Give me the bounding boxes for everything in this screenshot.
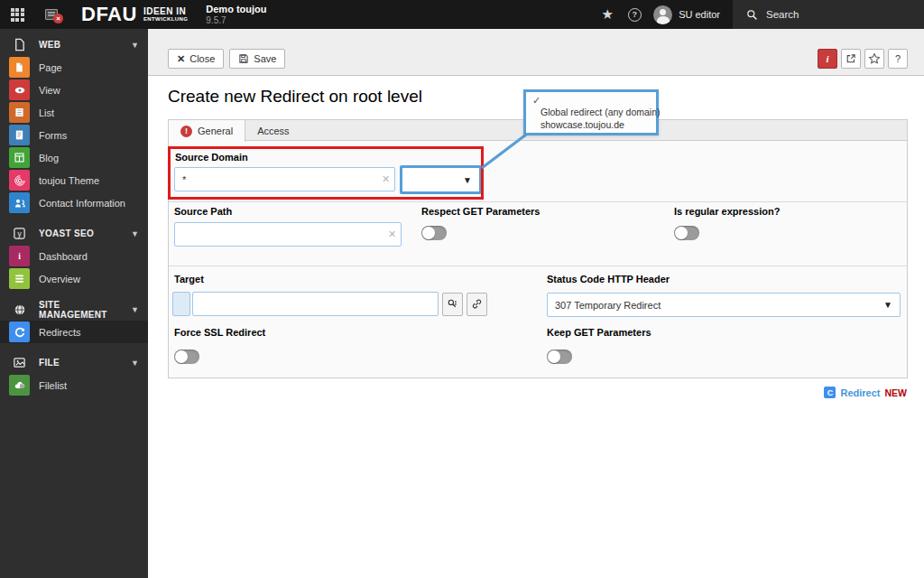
open-documents-button[interactable]: × (34, 0, 69, 29)
popup-option-line1[interactable]: Global redirect (any domain) (541, 107, 650, 119)
status-code-select[interactable]: 307 Temporary Redirect ▼ (547, 293, 901, 317)
help-button[interactable]: ? (621, 0, 648, 29)
clear-icon[interactable]: ✕ (382, 173, 390, 185)
module-body: Create new Redirect on root level ! Gene… (148, 76, 924, 578)
link-picker-button[interactable] (467, 293, 487, 316)
tab-label: General (198, 126, 233, 136)
target-label: Target (174, 274, 204, 284)
user-name: SU editor (679, 9, 720, 20)
fingerprint-icon (9, 170, 30, 191)
question-icon: ? (895, 53, 901, 64)
tab-general[interactable]: ! General (169, 120, 245, 142)
section-label: YOAST SEO (39, 228, 122, 238)
brand-name: DFAU (81, 3, 137, 26)
sidebar-section-site-management[interactable]: SITE MANAGEMENT ▼ (0, 298, 148, 321)
force-ssl-redirect-toggle[interactable] (174, 350, 199, 364)
redirects-icon (9, 322, 30, 342)
avatar (653, 5, 672, 24)
brand-logo: DFAU IDEEN IN ENTWICKLUNG (81, 3, 188, 26)
sidebar-item-list[interactable]: List (0, 101, 148, 124)
keep-get-parameters-toggle[interactable] (547, 350, 572, 364)
sidebar-item-label: Filelist (39, 380, 67, 391)
save-label: Save (254, 53, 276, 64)
respect-get-parameters-toggle[interactable] (421, 226, 447, 240)
sidebar-section-web[interactable]: WEB ▼ (0, 33, 148, 56)
sidebar-section-yoast-seo[interactable]: y YOAST SEO ▼ (0, 222, 148, 245)
link-icon (471, 298, 483, 310)
force-ssl-redirect-label: Force SSL Redirect (174, 327, 265, 338)
select-options-popup[interactable]: ✓ Global redirect (any domain) showcase.… (523, 89, 659, 135)
info-button[interactable]: i (818, 49, 837, 69)
close-label: Close (189, 53, 215, 64)
close-icon: ✕ (177, 53, 185, 65)
keep-get-parameters-label: Keep GET Parameters (547, 327, 651, 338)
section-label: WEB (39, 40, 122, 50)
globe-icon (9, 303, 30, 316)
list-icon (9, 102, 30, 123)
sidebar-item-contact-information[interactable]: Contact Information (0, 191, 148, 214)
sidebar-item-label: Forms (39, 130, 67, 141)
bookmark-button[interactable] (864, 49, 884, 69)
sidebar-item-overview[interactable]: Overview (0, 267, 148, 290)
error-badge-icon: ! (180, 126, 192, 137)
user-menu[interactable]: SU editor (648, 5, 733, 24)
source-domain-label: Source Domain (175, 152, 248, 163)
source-domain-select[interactable]: ▼ (400, 165, 482, 194)
help-icon: ? (628, 8, 642, 22)
toggle-knob (675, 227, 688, 239)
section-label: SITE MANAGEMENT (39, 300, 122, 320)
record-footer: C Redirect NEW (168, 387, 908, 398)
browse-record-icon (447, 298, 458, 310)
sidebar-item-filelist[interactable]: Filelist (0, 374, 148, 396)
section-label: FILE (39, 358, 122, 368)
chevron-down-icon: ▼ (131, 41, 139, 50)
site-name: Demo toujou (206, 4, 266, 15)
view-eye-icon (9, 79, 30, 100)
svg-text:i: i (18, 251, 21, 261)
sidebar-item-redirects[interactable]: Redirects (0, 321, 148, 343)
site-version: 9.5.7 (206, 15, 266, 26)
toggle-knob (422, 227, 435, 239)
status-code-label: Status Code HTTP Header (547, 274, 670, 284)
search-input[interactable]: Search (733, 0, 924, 29)
close-button[interactable]: ✕ Close (168, 49, 224, 69)
sidebar-item-blog[interactable]: Blog (0, 146, 148, 169)
source-path-label: Source Path (174, 206, 232, 217)
sidebar-item-label: Dashboard (39, 251, 88, 262)
chevron-down-icon: ▼ (463, 175, 472, 185)
forms-icon (9, 125, 30, 145)
sidebar-item-toujou-theme[interactable]: toujou Theme (0, 169, 148, 191)
record-status-badge: NEW (885, 387, 908, 398)
docheader-help-button[interactable]: ? (888, 49, 908, 69)
page-icon (9, 57, 30, 78)
sidebar-item-view[interactable]: View (0, 79, 148, 101)
tab-label: Access (257, 126, 289, 136)
info-icon: i (826, 53, 828, 64)
is-regular-expression-label: Is regular expression? (674, 206, 780, 217)
open-in-new-window-button[interactable] (841, 49, 861, 69)
clear-icon[interactable]: ✕ (388, 228, 396, 240)
sidebar-item-label: List (39, 107, 54, 118)
sidebar-item-label: Page (39, 62, 62, 73)
blog-icon (9, 147, 30, 168)
target-input[interactable] (192, 292, 439, 316)
sidebar-item-dashboard[interactable]: i Dashboard (0, 245, 148, 267)
popup-option-line2[interactable]: showcase.toujou.de (541, 119, 650, 132)
sidebar-item-forms[interactable]: Forms (0, 124, 148, 146)
chevron-down-icon: ▼ (131, 229, 139, 238)
source-domain-input[interactable] (174, 167, 395, 191)
modules-menu-button[interactable] (0, 0, 34, 29)
record-browser-button[interactable] (442, 293, 463, 316)
tab-access[interactable]: Access (245, 120, 300, 141)
sidebar-item-page[interactable]: Page (0, 56, 148, 79)
sidebar-section-file[interactable]: FILE ▼ (0, 351, 148, 374)
star-outline-icon (868, 52, 881, 65)
is-regular-expression-toggle[interactable] (674, 226, 699, 240)
bookmarks-button[interactable]: ★ (594, 0, 621, 29)
close-badge-icon: × (53, 14, 63, 23)
svg-text:y: y (17, 229, 22, 238)
brand-tagline-1: IDEEN IN (143, 7, 188, 16)
redirect-record-icon: C (824, 387, 836, 398)
save-button[interactable]: Save (229, 49, 285, 69)
source-path-input[interactable] (174, 222, 402, 247)
